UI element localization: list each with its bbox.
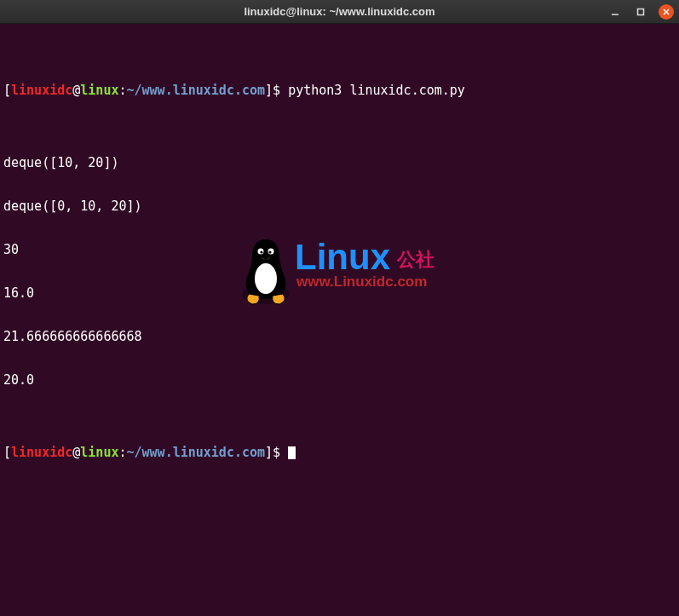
maximize-button[interactable]	[633, 4, 648, 20]
output-line: 20.0	[3, 373, 676, 388]
prompt-at: @	[72, 83, 80, 98]
output-line: deque([10, 20])	[3, 156, 676, 170]
output-line: 16.0	[3, 286, 676, 301]
minimize-button[interactable]	[607, 4, 623, 20]
window-titlebar: linuxidc@linux: ~/www.linuxidc.com	[0, 0, 679, 24]
prompt-colon: :	[118, 83, 126, 98]
shell-prompt-line: [linuxidc@linux:~/www.linuxidc.com]$ pyt…	[3, 83, 676, 98]
prompt-dollar: $	[273, 83, 288, 98]
shell-prompt-line: [linuxidc@linux:~/www.linuxidc.com]$	[3, 446, 676, 460]
shell-command: python3 linuxidc.com.py	[288, 83, 465, 98]
prompt-host: linux	[80, 83, 118, 98]
prompt-path: ~/www.linuxidc.com	[127, 83, 266, 98]
close-button[interactable]	[659, 4, 674, 20]
terminal-area[interactable]: [linuxidc@linux:~/www.linuxidc.com]$ pyt…	[0, 24, 679, 616]
prompt-rbracket: ]	[265, 83, 273, 98]
output-line: 21.666666666666668	[3, 330, 676, 344]
window-title: linuxidc@linux: ~/www.linuxidc.com	[0, 5, 679, 18]
output-line: deque([0, 10, 20])	[3, 199, 676, 214]
prompt-lbracket: [	[3, 83, 11, 98]
svg-rect-1	[638, 9, 644, 14]
prompt-user: linuxidc	[11, 83, 72, 98]
window-controls	[607, 4, 674, 20]
output-line: 30	[3, 243, 676, 257]
cursor-block	[288, 446, 296, 459]
